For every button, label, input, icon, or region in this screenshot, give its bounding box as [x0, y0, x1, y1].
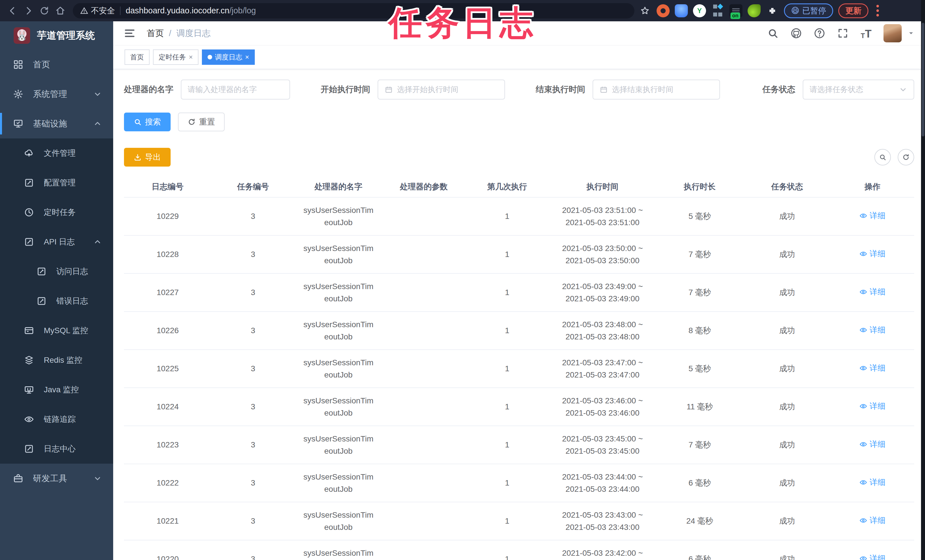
- filter-field[interactable]: [803, 80, 914, 99]
- fullscreen-icon[interactable]: [837, 27, 849, 39]
- cell-param: [382, 426, 466, 464]
- detail-link[interactable]: 详细: [859, 286, 886, 298]
- profile-paused-badge[interactable]: 😄 已暂停: [784, 3, 833, 18]
- browser-update-button[interactable]: 更新: [838, 3, 868, 18]
- eye-icon: [859, 516, 867, 524]
- extension-proxy-on-icon[interactable]: on: [729, 4, 743, 17]
- cell-exec-time: 2021-05-03 23:44:00 ~2021-05-03 23:44:00: [549, 464, 656, 502]
- extension-green-y-icon[interactable]: Y: [693, 4, 706, 17]
- detail-link[interactable]: 详细: [859, 552, 886, 560]
- sidebar-menu-item[interactable]: 访问日志: [0, 257, 113, 286]
- extension-grid-icon[interactable]: [711, 4, 724, 17]
- paused-emoji: 😄: [791, 6, 799, 15]
- detail-link[interactable]: 详细: [859, 400, 886, 412]
- cell-status: 成功: [743, 502, 831, 540]
- cell-status: 成功: [743, 274, 831, 312]
- browser-scrollbar[interactable]: [921, 0, 925, 560]
- detail-link[interactable]: 详细: [859, 438, 886, 450]
- breadcrumb-current: 调度日志: [176, 27, 211, 39]
- github-icon[interactable]: [790, 27, 802, 39]
- cell-action: 详细: [831, 426, 914, 464]
- sidebar-menu-item[interactable]: 文件管理: [0, 138, 113, 168]
- cell-action: 详细: [831, 388, 914, 426]
- browser-back-button[interactable]: [5, 3, 21, 19]
- app-logo-row[interactable]: 🐰 芋道管理系统: [0, 21, 113, 50]
- breadcrumb-home[interactable]: 首页: [147, 27, 164, 39]
- cell-job-id: 3: [211, 274, 295, 312]
- table-row: 10222 3 sysUserSessionTimeoutJob 1 2021-…: [124, 464, 914, 502]
- filter-input[interactable]: [809, 85, 895, 94]
- cell-exec-count: 1: [466, 312, 549, 350]
- monitor-icon: [13, 119, 23, 129]
- cell-exec-count: 1: [466, 540, 549, 560]
- sidebar-menu-item[interactable]: 基础设施: [0, 109, 113, 138]
- user-avatar[interactable]: [883, 24, 902, 42]
- cell-exec-time: 2021-05-03 23:46:00 ~2021-05-03 23:46:00: [549, 388, 656, 426]
- export-button[interactable]: 导出: [124, 148, 170, 167]
- sidebar-menu-item[interactable]: 系统管理: [0, 79, 113, 109]
- filter-field[interactable]: [181, 80, 290, 99]
- sidebar-menu-item[interactable]: API 日志: [0, 227, 113, 257]
- search-button[interactable]: 搜索: [124, 113, 170, 131]
- detail-link[interactable]: 详细: [859, 476, 886, 488]
- help-icon[interactable]: [814, 27, 826, 39]
- caret-down-icon[interactable]: [907, 30, 915, 37]
- extension-leaf-icon[interactable]: [747, 4, 761, 17]
- extension-adblock-icon[interactable]: [657, 4, 670, 17]
- table-row: 10229 3 sysUserSessionTimeoutJob 1 2021-…: [124, 197, 914, 235]
- sidebar-menu-item[interactable]: Redis 监控: [0, 345, 113, 375]
- browser-home-button[interactable]: [52, 3, 68, 19]
- scrollbar-thumb[interactable]: [922, 23, 924, 137]
- search-icon: [134, 118, 142, 126]
- tab-close-icon[interactable]: ×: [189, 53, 193, 61]
- cell-handler: sysUserSessionTimeoutJob: [295, 235, 382, 274]
- filter-input[interactable]: [188, 85, 283, 94]
- url-domain: dashboard.yudao.iocoder.cn: [126, 6, 229, 15]
- sidebar-menu-item[interactable]: 链路追踪: [0, 405, 113, 434]
- sidebar-menu-item[interactable]: Java 监控: [0, 375, 113, 405]
- refresh-table-button[interactable]: [898, 149, 914, 166]
- redis-monitor-icon: [24, 355, 34, 365]
- reset-button[interactable]: 重置: [178, 113, 224, 131]
- sidebar-menu-item[interactable]: 研发工具: [0, 464, 113, 493]
- sidebar-menu-item[interactable]: 日志中心: [0, 434, 113, 464]
- extensions-puzzle-icon[interactable]: [766, 4, 779, 17]
- sidebar-item-label: 访问日志: [56, 266, 88, 277]
- sidebar-menu-item[interactable]: 首页: [0, 50, 113, 79]
- chevron-icon: [93, 474, 102, 483]
- tab-1[interactable]: 首页: [125, 50, 149, 65]
- filter-input[interactable]: [612, 85, 713, 94]
- sidebar-menu-item[interactable]: 配置管理: [0, 168, 113, 197]
- detail-link[interactable]: 详细: [859, 514, 886, 527]
- cell-log-id: 10224: [124, 388, 211, 426]
- detail-link[interactable]: 详细: [859, 209, 886, 222]
- browser-reload-button[interactable]: [36, 3, 52, 19]
- header-search-icon[interactable]: [767, 27, 779, 39]
- cell-handler: sysUserSessionTimeoutJob: [295, 350, 382, 388]
- config-edit-icon: [24, 178, 34, 188]
- toggle-search-button[interactable]: [874, 149, 891, 166]
- font-size-icon[interactable]: TT: [860, 27, 872, 39]
- tab-2[interactable]: 定时任务 ×: [153, 50, 199, 65]
- detail-link[interactable]: 详细: [859, 324, 886, 336]
- sidebar-menu-item[interactable]: 错误日志: [0, 286, 113, 316]
- filter-field[interactable]: [593, 80, 720, 99]
- tab-3[interactable]: 调度日志 ×: [202, 50, 255, 65]
- detail-link[interactable]: 详细: [859, 362, 886, 374]
- sidebar-item-label: MySQL 监控: [44, 325, 88, 336]
- browser-menu-icon[interactable]: [874, 5, 882, 17]
- column-header: 处理器的名字: [295, 176, 382, 197]
- address-bar[interactable]: 不安全 dashboard.yudao.iocoder.cn /job/log: [73, 3, 634, 18]
- detail-link[interactable]: 详细: [859, 248, 886, 260]
- cell-handler: sysUserSessionTimeoutJob: [295, 540, 382, 560]
- sidebar-menu-item[interactable]: 定时任务: [0, 197, 113, 227]
- hamburger-menu-icon[interactable]: [124, 27, 136, 39]
- filter-input[interactable]: [397, 85, 498, 94]
- browser-forward-button[interactable]: [21, 3, 36, 19]
- bookmark-star-icon[interactable]: [638, 4, 651, 17]
- sidebar-menu-item[interactable]: MySQL 监控: [0, 316, 113, 345]
- table-row: 10223 3 sysUserSessionTimeoutJob 1 2021-…: [124, 426, 914, 464]
- tab-close-icon[interactable]: ×: [245, 53, 249, 61]
- extension-blue-lamp-icon[interactable]: [675, 4, 688, 17]
- filter-field[interactable]: [378, 80, 505, 99]
